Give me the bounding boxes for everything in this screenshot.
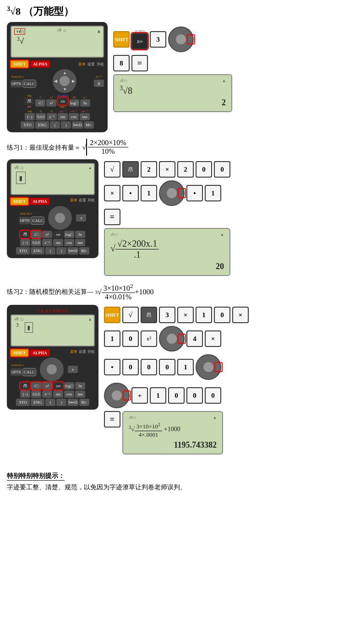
mplus-button[interactable]: M+ xyxy=(84,121,94,129)
kb2-sin[interactable]: sin xyxy=(53,239,63,246)
shift-button[interactable]: SHIFT xyxy=(11,60,28,68)
sqrt-button[interactable]: √□ xyxy=(35,99,45,107)
kb2-sqrt[interactable]: √□ xyxy=(31,231,41,238)
ex2-plus-key[interactable]: + xyxy=(131,387,148,404)
kb2-misc[interactable]: 0,0,0 xyxy=(31,239,41,246)
alpha-button[interactable]: ALPHA xyxy=(30,60,50,68)
kb3-ln[interactable]: ln xyxy=(75,382,85,390)
seq-dpad-key[interactable] xyxy=(168,27,194,52)
rparen-button[interactable]: ) xyxy=(61,121,71,129)
ex2-x3-key[interactable]: × xyxy=(205,330,221,347)
kb2-optn[interactable]: OPTN xyxy=(19,217,31,224)
kb2-tan[interactable]: tan xyxy=(75,239,85,246)
kb3-tan[interactable]: tan xyxy=(75,390,85,398)
kb2-rp[interactable]: ) xyxy=(56,247,66,254)
x-button[interactable]: x xyxy=(94,80,104,87)
ex2-x2-key[interactable]: × xyxy=(232,307,249,323)
ex2-1c-key[interactable]: 1 xyxy=(177,359,194,375)
optn-button[interactable]: OPTN xyxy=(11,80,22,87)
ex2-eq-key[interactable]: = xyxy=(104,411,120,428)
kb3-lp[interactable]: ( xyxy=(45,399,55,406)
ex2-0a-key[interactable]: 0 xyxy=(214,307,230,323)
seq-equals-key[interactable]: = xyxy=(131,55,148,71)
ex1-dot1-key[interactable]: • xyxy=(122,185,139,201)
kb3-sd[interactable]: S⇔D xyxy=(67,399,78,406)
kb2-dpad[interactable] xyxy=(48,206,72,230)
sd-button[interactable]: S⇔D xyxy=(72,121,83,129)
ex2-dpad1-key[interactable] xyxy=(159,326,185,352)
kb3-cos[interactable]: cos xyxy=(64,390,74,398)
cos-button[interactable]: cos xyxy=(69,113,79,120)
kb3-alpha[interactable]: ALPHA xyxy=(30,349,50,357)
kb2-calc[interactable]: CALC xyxy=(31,217,44,224)
sin-button[interactable]: sin xyxy=(58,113,68,120)
kb3-neg[interactable]: (−) xyxy=(20,390,30,398)
kb3-sto[interactable]: STO xyxy=(16,399,30,406)
ex2-dpad3-key[interactable] xyxy=(104,383,130,408)
ex1-dot2-key[interactable]: • xyxy=(186,185,203,201)
frac-button[interactable]: 昂 xyxy=(24,97,34,105)
calc-button[interactable]: CALC xyxy=(23,80,36,87)
kb3-dpad[interactable] xyxy=(40,357,64,381)
ex2-1d-key[interactable]: 1 xyxy=(150,387,166,404)
ex1-times1-key[interactable]: × xyxy=(159,161,175,178)
kb2-cos[interactable]: cos xyxy=(64,239,74,246)
ex2-x2sq-key[interactable]: x² xyxy=(141,330,157,347)
kb3-xinv[interactable]: x⁻¹ xyxy=(42,390,52,398)
tan-button[interactable]: tan xyxy=(80,113,90,120)
ex2-frac-key[interactable]: 昂 xyxy=(141,307,157,323)
ex2-x1-key[interactable]: × xyxy=(177,307,194,323)
seq-3-key[interactable]: 3 xyxy=(150,31,166,48)
ex1-0a-key[interactable]: 0 xyxy=(196,161,212,178)
kb2-shift[interactable]: SHIFT xyxy=(11,198,28,205)
ex1-times2-key[interactable]: × xyxy=(104,185,120,201)
ex2-0c-key[interactable]: 0 xyxy=(122,359,139,375)
ex1-frac-key[interactable]: 昂 xyxy=(122,161,139,178)
kb2-x2[interactable]: x² xyxy=(42,231,52,238)
kb2-eng[interactable]: ENG xyxy=(31,247,44,254)
kb2-sto[interactable]: STO xyxy=(16,247,30,254)
log-button[interactable]: log□ xyxy=(69,99,79,107)
ex1-1b-key[interactable]: 1 xyxy=(205,185,221,201)
kb3-shift[interactable]: SHIFT xyxy=(11,349,28,357)
kb3-xm[interactable]: xm xyxy=(53,382,63,390)
kb2-log[interactable]: log□ xyxy=(64,231,74,238)
misc-button[interactable]: 0,0,0 xyxy=(36,113,46,120)
ex2-shift-key[interactable]: SHIFT xyxy=(104,307,120,323)
kb2-frac[interactable]: 昂 xyxy=(20,231,30,238)
sto-button[interactable]: STO xyxy=(21,121,34,129)
neg-button[interactable]: (−) xyxy=(25,113,35,120)
kb3-mp[interactable]: M+ xyxy=(79,399,89,406)
ex2-0g-key[interactable]: 0 xyxy=(186,387,203,404)
kb3-frac[interactable]: 昂 xyxy=(20,382,30,390)
eng-button[interactable]: ENG xyxy=(35,121,49,129)
seq-8-key[interactable]: 8 xyxy=(113,55,130,71)
kb3-optn[interactable]: OPTN xyxy=(11,368,22,376)
dpad-1[interactable]: ▲ ▼ ◀ ▶ xyxy=(53,69,76,93)
kb3-rp[interactable]: ) xyxy=(56,399,66,406)
kb3-eng[interactable]: ENG xyxy=(31,399,44,406)
ex2-4-key[interactable]: 4 xyxy=(186,330,203,347)
ex1-2-key[interactable]: 2 xyxy=(141,161,157,178)
ex1-2b-key[interactable]: 2 xyxy=(177,161,194,178)
ln-button[interactable]: ln xyxy=(80,99,90,107)
kb2-ln[interactable]: ln xyxy=(75,231,85,238)
ex1-dpad-key[interactable] xyxy=(159,180,185,206)
ex2-0b-key[interactable]: 0 xyxy=(122,330,139,347)
kb2-lp[interactable]: ( xyxy=(45,247,55,254)
kb3-calc[interactable]: CALC xyxy=(23,368,36,376)
kb3-log[interactable]: log□ xyxy=(64,382,74,390)
ex2-dpad2-key[interactable] xyxy=(196,354,221,380)
kb2-sd[interactable]: S⇔D xyxy=(67,247,78,254)
ex2-dot1-key[interactable]: • xyxy=(104,359,120,375)
ex1-0b-key[interactable]: 0 xyxy=(214,161,230,178)
kb3-sqrt[interactable]: √□ xyxy=(31,382,41,390)
xinv-button[interactable]: x⁻¹ xyxy=(47,113,57,120)
kb2-mp[interactable]: M+ xyxy=(79,247,89,254)
ex1-1a-key[interactable]: 1 xyxy=(141,185,157,201)
ex1-eq-key[interactable]: = xyxy=(104,209,120,225)
kb3-x2[interactable]: x² xyxy=(42,382,52,390)
x2-button[interactable]: x² xyxy=(46,99,56,107)
seq-shift-key[interactable]: SHIFT xyxy=(113,31,130,48)
kb2-x[interactable]: x xyxy=(76,214,86,222)
